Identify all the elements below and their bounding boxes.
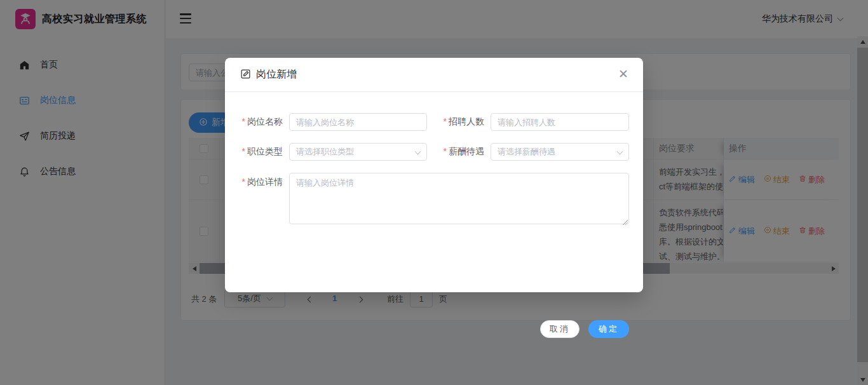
job-type-select[interactable]: 请选择职位类型	[289, 143, 427, 161]
headcount-input[interactable]	[491, 113, 629, 131]
dialog-footer: 取消 确定	[540, 320, 629, 338]
edit-square-icon	[240, 69, 251, 81]
confirm-button[interactable]: 确定	[588, 320, 629, 338]
chevron-down-icon	[415, 148, 421, 154]
textarea-wrap	[289, 173, 629, 226]
field-label: *岗位名称	[238, 116, 289, 128]
required-mark: *	[242, 116, 245, 126]
field-label: *薪酬待遇	[435, 146, 491, 158]
field-salary: *薪酬待遇 请选择薪酬待遇	[435, 143, 629, 161]
required-mark: *	[242, 177, 245, 187]
app-root: 高校实习就业管理系统 首页 岗位信息	[0, 0, 868, 385]
cancel-button[interactable]: 取消	[540, 320, 580, 338]
dialog-header: 岗位新增 ✕	[225, 58, 643, 92]
required-mark: *	[444, 146, 447, 156]
job-name-input[interactable]	[289, 113, 427, 131]
chevron-down-icon	[617, 148, 623, 154]
field-job-type: *职位类型 请选择职位类型	[238, 143, 427, 161]
field-label: *招聘人数	[435, 116, 491, 128]
close-icon[interactable]: ✕	[618, 69, 629, 80]
salary-placeholder: 请选择薪酬待遇	[498, 146, 555, 158]
job-type-placeholder: 请选择职位类型	[296, 146, 354, 158]
field-job-name: *岗位名称	[238, 113, 427, 131]
field-job-detail: *岗位详情	[238, 173, 629, 226]
required-mark: *	[242, 146, 245, 156]
add-job-dialog: 岗位新增 ✕ *岗位名称 *招聘人数 *职位类型 请选择职位类型 *薪酬待遇 请…	[225, 58, 643, 292]
salary-select[interactable]: 请选择薪酬待遇	[491, 143, 629, 161]
job-detail-textarea[interactable]	[289, 173, 629, 224]
field-label: *岗位详情	[238, 177, 289, 188]
field-label: *职位类型	[238, 146, 289, 158]
required-mark: *	[444, 116, 447, 126]
field-headcount: *招聘人数	[435, 113, 629, 131]
dialog-title: 岗位新增	[256, 68, 297, 81]
